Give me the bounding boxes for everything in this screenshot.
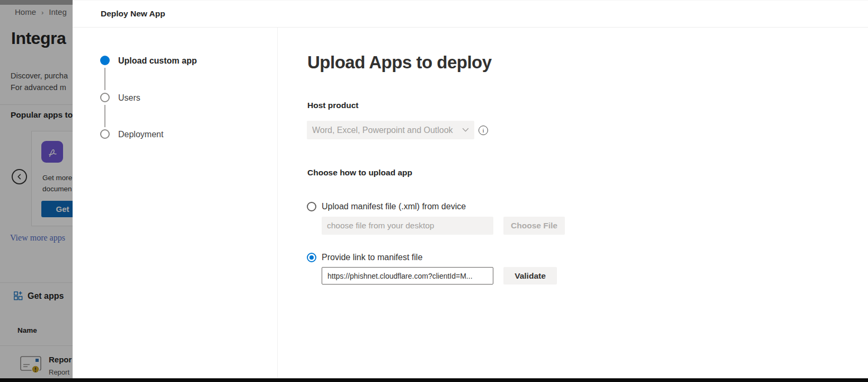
manifest-file-input[interactable]	[322, 217, 493, 235]
upload-file-radio-label: Upload manifest file (.xml) from device	[322, 202, 466, 211]
background-page: Home›Integ Integra Discover, purcha For …	[0, 0, 73, 382]
host-product-dropdown-value: Word, Excel, Powerpoint and Outlook	[312, 126, 462, 135]
modal-dim-overlay	[0, 0, 73, 382]
host-product-label: Host product	[307, 101, 358, 110]
panel-title: Deploy New App	[101, 9, 165, 19]
chevron-down-icon	[462, 128, 469, 132]
step-connector	[104, 68, 105, 90]
step-indicator-deployment	[100, 129, 110, 139]
upload-file-radio[interactable]	[307, 202, 316, 211]
bottom-black-bar	[0, 378, 868, 382]
step-label-users: Users	[118, 93, 140, 103]
choose-file-button[interactable]: Choose File	[503, 217, 565, 235]
info-icon[interactable]: i	[479, 126, 488, 135]
provide-link-radio[interactable]	[307, 253, 316, 262]
step-label-upload-custom-app: Upload custom app	[118, 56, 197, 66]
step-connector	[104, 105, 105, 127]
choose-upload-method-label: Choose how to upload app	[307, 168, 412, 177]
deploy-new-app-panel: Deploy New App Upload custom app Users D…	[73, 0, 868, 382]
manifest-link-input[interactable]	[322, 267, 493, 285]
panel-header: Deploy New App	[73, 1, 868, 28]
step-label-deployment: Deployment	[118, 130, 163, 139]
page-heading: Upload Apps to deploy	[307, 52, 492, 73]
wizard-stepper: Upload custom app Users Deployment	[73, 28, 278, 378]
host-product-dropdown[interactable]: Word, Excel, Powerpoint and Outlook	[307, 121, 474, 139]
provide-link-radio-label: Provide link to manifest file	[322, 253, 422, 262]
step-indicator-users	[100, 93, 110, 102]
step-indicator-upload-custom-app	[100, 56, 110, 65]
radio-selected-dot	[309, 255, 314, 260]
validate-button[interactable]: Validate	[503, 267, 557, 285]
